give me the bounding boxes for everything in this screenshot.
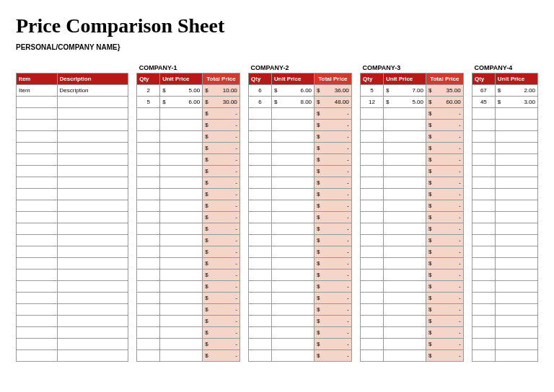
table-row: $-$-$-: [17, 304, 538, 316]
cell-total: $60.00: [426, 97, 463, 108]
cell-qty: [249, 212, 272, 223]
table-row: $-$-$-: [17, 166, 538, 177]
cell-total: $-: [315, 316, 352, 327]
cell-total: $-: [203, 281, 240, 293]
cell-unit-price: [160, 304, 203, 316]
cell-qty: [249, 108, 272, 120]
cell-qty: [472, 154, 495, 166]
cell-qty: [137, 339, 160, 350]
cell-unit-price: [272, 293, 315, 304]
cell-qty: [137, 166, 160, 177]
cell-unit-price: [383, 143, 426, 154]
cell-unit-price: [160, 327, 203, 339]
cell-total: $-: [203, 108, 240, 120]
cell-qty: [361, 212, 384, 223]
cell-total: $-: [315, 108, 352, 120]
table-row: $-$-$-: [17, 258, 538, 270]
cell-total: $-: [203, 120, 240, 131]
cell-total: $-: [203, 212, 240, 223]
cell-unit-price: [272, 177, 315, 189]
cell-qty: [249, 200, 272, 212]
cell-description: [57, 339, 128, 350]
cell-unit-price: [383, 120, 426, 131]
header-row: ItemDescriptionQtyUnit PriceTotal PriceQ…: [17, 74, 538, 85]
header-qty: Qty: [361, 74, 384, 85]
cell-qty: [249, 304, 272, 316]
cell-item: [17, 258, 58, 270]
cell-total: $-: [315, 212, 352, 223]
company-label: COMPANY-2: [249, 61, 352, 74]
cell-total: $-: [203, 177, 240, 189]
cell-item: [17, 304, 58, 316]
cell-item: [17, 316, 58, 327]
cell-total: $-: [315, 339, 352, 350]
cell-qty: 6: [249, 85, 272, 97]
cell-qty: [137, 258, 160, 270]
cell-total: $-: [426, 120, 463, 131]
cell-qty: [472, 304, 495, 316]
cell-qty: [361, 200, 384, 212]
cell-total: $-: [203, 235, 240, 246]
cell-qty: [472, 293, 495, 304]
cell-description: Description: [57, 85, 128, 97]
cell-total: $30.00: [203, 97, 240, 108]
cell-qty: [137, 120, 160, 131]
cell-total: $-: [315, 166, 352, 177]
company-name-field: PERSONAL/COMPANY NAME}: [16, 43, 538, 51]
cell-qty: [361, 223, 384, 235]
cell-item: Item: [17, 85, 58, 97]
cell-total: $-: [426, 131, 463, 143]
cell-qty: [137, 235, 160, 246]
cell-unit-price: [272, 339, 315, 350]
cell-qty: [361, 339, 384, 350]
cell-description: [57, 189, 128, 200]
cell-qty: [249, 223, 272, 235]
cell-unit-price: [272, 120, 315, 131]
cell-unit-price: [160, 316, 203, 327]
cell-unit-price: [272, 131, 315, 143]
cell-unit-price: [272, 304, 315, 316]
cell-qty: [249, 166, 272, 177]
cell-item: [17, 143, 58, 154]
cell-qty: [249, 350, 272, 362]
cell-unit-price: [383, 270, 426, 281]
cell-qty: [472, 108, 495, 120]
cell-qty: [361, 293, 384, 304]
cell-qty: [249, 120, 272, 131]
cell-unit-price: [272, 281, 315, 293]
page-title: Price Comparison Sheet: [16, 14, 538, 37]
cell-total: $-: [203, 189, 240, 200]
cell-unit-price: $6.00: [272, 85, 315, 97]
table-row: 5$6.00$30.006$8.00$48.0012$5.00$60.0045$…: [17, 97, 538, 108]
cell-description: [57, 316, 128, 327]
cell-item: [17, 246, 58, 258]
cell-item: [17, 189, 58, 200]
cell-unit-price: [495, 131, 537, 143]
cell-total: $-: [203, 223, 240, 235]
cell-description: [57, 270, 128, 281]
cell-qty: [361, 143, 384, 154]
cell-qty: [361, 235, 384, 246]
cell-unit-price: [383, 304, 426, 316]
cell-unit-price: [272, 258, 315, 270]
header-description: Description: [57, 74, 128, 85]
cell-unit-price: [383, 177, 426, 189]
cell-total: $10.00: [203, 85, 240, 97]
cell-qty: [361, 108, 384, 120]
cell-qty: 45: [472, 97, 495, 108]
cell-total: $-: [203, 304, 240, 316]
cell-total: $-: [426, 166, 463, 177]
cell-qty: [361, 304, 384, 316]
cell-unit-price: [272, 223, 315, 235]
cell-total: $-: [203, 293, 240, 304]
cell-unit-price: [383, 235, 426, 246]
cell-unit-price: [272, 316, 315, 327]
cell-description: [57, 200, 128, 212]
cell-item: [17, 223, 58, 235]
cell-unit-price: [495, 143, 537, 154]
header-unit-price: Unit Price: [160, 74, 203, 85]
cell-qty: 12: [361, 97, 384, 108]
cell-qty: [137, 177, 160, 189]
cell-unit-price: [160, 131, 203, 143]
cell-qty: [137, 154, 160, 166]
